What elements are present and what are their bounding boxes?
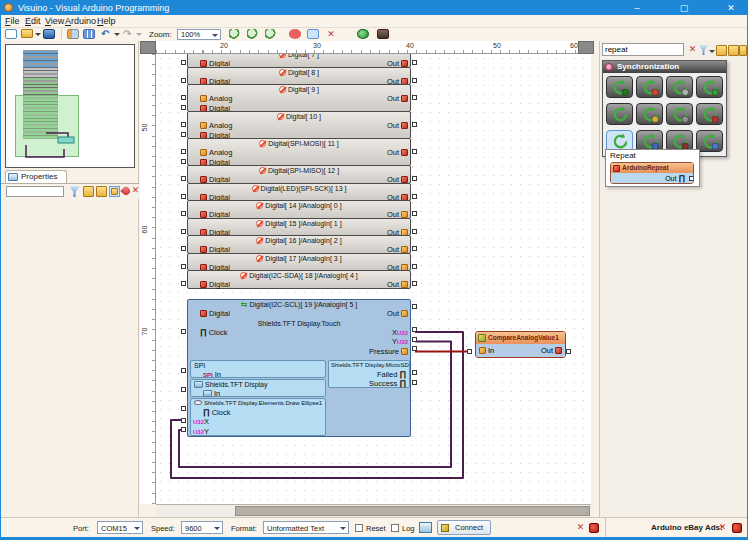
connector[interactable]	[412, 337, 417, 342]
pin-x-out[interactable]: XU32	[392, 328, 408, 338]
component-search-input[interactable]	[602, 43, 684, 56]
pin-failed[interactable]: Failed ∏	[329, 370, 409, 380]
channel-block[interactable]: Digital[ 16 ]/AnalogIn[ 2 ]DigitalOut	[187, 235, 411, 254]
pin-analog[interactable]: Analog	[188, 94, 410, 104]
filter-funnel-icon[interactable]	[69, 186, 80, 197]
port-combobox[interactable]: COM15	[97, 521, 143, 534]
output-connector[interactable]	[412, 60, 417, 65]
tft-display-subblock[interactable]: Shields.TFT Display In	[190, 379, 326, 398]
menu-arduino[interactable]: Arduino	[65, 16, 96, 26]
palette-item[interactable]	[666, 103, 693, 125]
palette-item[interactable]	[636, 103, 663, 125]
connector[interactable]	[181, 427, 186, 432]
pin-pressure-out[interactable]: Pressure	[369, 347, 408, 357]
serial-terminal-icon[interactable]	[419, 522, 432, 533]
grid-view-button[interactable]	[83, 29, 95, 39]
pin-ellipse-x[interactable]: U32X	[191, 417, 325, 427]
pin-out[interactable]: Out	[387, 280, 408, 290]
output-connector[interactable]	[412, 211, 417, 216]
input-connector[interactable]	[181, 122, 186, 127]
input-connector[interactable]	[181, 194, 186, 199]
open-project-button[interactable]	[21, 29, 33, 39]
camera-icon[interactable]	[377, 29, 389, 39]
zoom-reset-icon[interactable]	[265, 29, 277, 39]
pin-ellipse-y[interactable]: U32Y	[191, 427, 325, 437]
pin-y-out[interactable]: YU32	[392, 337, 408, 347]
pin-analog[interactable]: Analog	[188, 148, 410, 158]
channel-block[interactable]: Digital[ 10 ]AnalogDigitalOut	[187, 111, 411, 139]
delete-icon[interactable]: ✕	[325, 29, 337, 39]
output-connector[interactable]	[412, 176, 417, 181]
horizontal-scrollbar[interactable]	[156, 504, 591, 517]
channel-block[interactable]: Digital(SPI-MISO)[ 12 ]DigitalOut	[187, 165, 411, 184]
channel-block[interactable]: Digital[ 15 ]/AnalogIn[ 1 ]DigitalOut	[187, 218, 411, 237]
folder-collapse-icon[interactable]	[96, 186, 107, 197]
folder-up-icon[interactable]	[728, 45, 739, 56]
connector[interactable]	[181, 329, 186, 334]
palette-item[interactable]	[636, 76, 663, 98]
channel-block[interactable]: Digital(SPI-MOSI)[ 11 ]AnalogDigitalOut	[187, 138, 411, 166]
wire-mode-button[interactable]	[307, 29, 319, 39]
output-connector[interactable]	[412, 95, 417, 100]
layout-panels-button[interactable]	[67, 29, 79, 39]
redo-button[interactable]: ↷	[123, 29, 135, 39]
input-connector[interactable]	[181, 246, 186, 251]
undo-button[interactable]: ↶	[101, 29, 113, 39]
output-connector[interactable]	[412, 78, 417, 83]
pin-spi-in[interactable]: SPI In	[191, 370, 325, 380]
filter-dropdown-caret[interactable]	[709, 50, 715, 53]
input-connector[interactable]	[181, 60, 186, 65]
stop-icon[interactable]	[589, 523, 599, 533]
connector[interactable]	[181, 406, 186, 411]
pin-display-in[interactable]: In	[191, 389, 325, 399]
format-combobox[interactable]: Unformatted Text	[263, 521, 349, 534]
connector[interactable]	[566, 349, 571, 354]
open-dropdown-caret[interactable]	[35, 33, 41, 36]
properties-filter-input[interactable]	[6, 186, 64, 197]
ads-stop-icon[interactable]	[732, 523, 742, 533]
zoom-in-icon[interactable]	[229, 29, 241, 39]
palette-item[interactable]	[606, 76, 633, 98]
input-connector[interactable]	[181, 176, 186, 181]
input-connector[interactable]	[181, 229, 186, 234]
channel-block[interactable]: Digital[ 8 ]DigitalOut	[187, 67, 411, 86]
menu-file[interactable]: File	[5, 16, 20, 26]
pin-out[interactable]: Out	[387, 309, 408, 319]
channel-block[interactable]: Digital[ 9 ]AnalogDigitalOut	[187, 84, 411, 112]
categories-toggle-icon[interactable]	[109, 186, 120, 197]
palette-header[interactable]: Synchronization	[603, 61, 726, 73]
pin-out[interactable]: Out	[387, 94, 408, 104]
menu-help[interactable]: Help	[97, 16, 116, 26]
disconnect-icon[interactable]: ✕	[575, 522, 586, 533]
connector[interactable]	[467, 349, 472, 354]
close-button[interactable]: ✕	[715, 1, 747, 15]
tft-shield-block[interactable]: ⇆Digital(I2C-SCL)[ 19 ]/AnalogIn[ 5 ] Di…	[187, 299, 411, 437]
pin-compare-out[interactable]: Out	[541, 344, 562, 358]
design-canvas[interactable]: Digital[ 7 ]DigitalOutDigital[ 8 ]Digita…	[156, 54, 591, 504]
folder-new-icon[interactable]	[716, 45, 727, 56]
connector[interactable]	[412, 380, 417, 385]
input-connector[interactable]	[181, 132, 186, 137]
compare-analog-value-block[interactable]: CompareAnalogValue1 In Out	[475, 331, 566, 358]
pin-digital[interactable]: Digital	[188, 280, 410, 290]
save-button[interactable]	[43, 29, 55, 39]
output-connector[interactable]	[412, 281, 417, 286]
diagram-overview-minimap[interactable]	[5, 44, 135, 168]
redo-dropdown-caret[interactable]	[136, 33, 142, 36]
palette-item[interactable]	[696, 76, 723, 98]
output-connector[interactable]	[412, 264, 417, 269]
pin-success[interactable]: Success ∏	[329, 379, 409, 389]
folder-open-icon[interactable]	[739, 45, 747, 56]
palette-item[interactable]	[606, 103, 633, 125]
search-filter-funnel-icon[interactable]	[699, 45, 708, 55]
connector[interactable]	[412, 346, 417, 351]
channel-block[interactable]: Digital(LED)(SPI-SCK)[ 13 ]DigitalOut	[187, 183, 411, 202]
menu-view[interactable]: View	[45, 16, 64, 26]
spi-subblock[interactable]: SPI SPI In	[190, 360, 326, 379]
clear-search-icon[interactable]: ✕	[687, 44, 698, 55]
palette-item[interactable]	[696, 103, 723, 125]
connector[interactable]	[412, 304, 417, 309]
input-connector[interactable]	[181, 264, 186, 269]
connector[interactable]	[181, 418, 186, 423]
output-connector[interactable]	[412, 229, 417, 234]
